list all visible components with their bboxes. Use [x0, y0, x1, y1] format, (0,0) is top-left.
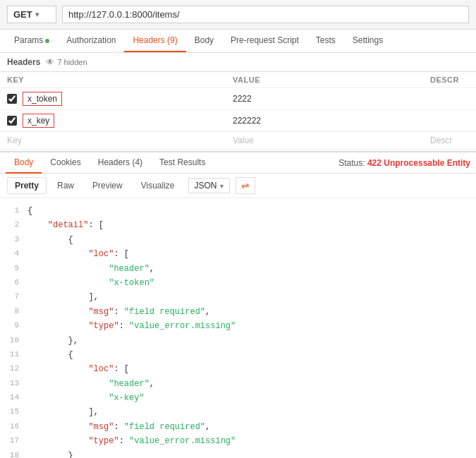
- json-viewer: 1{2 "detail": [3 {4 "loc": [5 "header",6…: [0, 198, 476, 458]
- json-line: 14 "x-key": [0, 391, 476, 405]
- method-label: GET: [13, 9, 32, 20]
- line-number: 7: [3, 290, 28, 304]
- tab-settings[interactable]: Settings: [344, 30, 391, 52]
- headers-table: KEY VALUE DESCR x_token 2222: [0, 72, 476, 150]
- line-content: "msg": "field required",: [28, 305, 473, 319]
- row2-checkbox[interactable]: [7, 116, 17, 126]
- url-input[interactable]: [62, 6, 469, 23]
- pretty-button[interactable]: Pretty: [7, 177, 47, 194]
- line-number: 15: [3, 405, 28, 419]
- format-label: JSON: [195, 181, 217, 191]
- line-number: 2: [3, 218, 28, 232]
- json-line: 4 "loc": [: [0, 247, 476, 261]
- row2-key: x_key: [23, 114, 54, 128]
- json-line: 2 "detail": [: [0, 218, 476, 232]
- desc-placeholder: Descr: [430, 135, 452, 145]
- json-line: 8 "msg": "field required",: [0, 305, 476, 319]
- line-number: 12: [3, 362, 28, 376]
- hidden-count: 7 hidden: [57, 58, 87, 66]
- line-content: "header",: [28, 262, 473, 276]
- json-line: 1{: [0, 204, 476, 218]
- line-number: 18: [3, 449, 28, 458]
- line-content: "header",: [28, 377, 473, 391]
- line-number: 17: [3, 434, 28, 448]
- line-number: 5: [3, 262, 28, 276]
- response-tab-cookies[interactable]: Cookies: [42, 152, 89, 174]
- col-header-key: KEY: [0, 72, 226, 88]
- line-content: },: [28, 334, 473, 348]
- status-area: Status: 422 Unprocessable Entity: [338, 158, 470, 168]
- row2-desc: [423, 110, 476, 132]
- json-line: 5 "header",: [0, 262, 476, 276]
- hidden-toggle[interactable]: 👁 7 hidden: [46, 57, 87, 67]
- response-tab-testresults[interactable]: Test Results: [151, 152, 214, 174]
- line-content: "x-key": [28, 391, 473, 405]
- wrap-icon[interactable]: ⇌: [236, 177, 255, 194]
- response-tabs: Body Cookies Headers (4) Test Results St…: [0, 151, 476, 174]
- status-label: Status:: [338, 158, 365, 168]
- eye-icon: 👁: [46, 57, 54, 67]
- status-code: 422 Unprocessable Entity: [367, 158, 470, 168]
- json-line: 13 "header",: [0, 377, 476, 391]
- line-content: "loc": [: [28, 247, 473, 261]
- line-content: {: [28, 348, 473, 362]
- line-content: "msg": "field required",: [28, 420, 473, 434]
- tab-authorization[interactable]: Authorization: [58, 30, 124, 52]
- json-line: 16 "msg": "field required",: [0, 420, 476, 434]
- tab-tests[interactable]: Tests: [307, 30, 344, 52]
- format-bar: Pretty Raw Preview Visualize JSON ▾ ⇌: [0, 174, 476, 198]
- line-content: "detail": [: [28, 218, 473, 232]
- method-chevron-icon: ▾: [35, 11, 39, 18]
- format-select[interactable]: JSON ▾: [188, 178, 230, 193]
- line-number: 16: [3, 420, 28, 434]
- col-header-value: VALUE: [226, 72, 423, 88]
- row1-key: x_token: [23, 92, 62, 106]
- line-content: {: [28, 204, 473, 218]
- url-bar: GET ▾: [0, 0, 476, 30]
- raw-button[interactable]: Raw: [49, 177, 82, 194]
- response-tab-headers[interactable]: Headers (4): [90, 152, 151, 174]
- line-number: 9: [3, 319, 28, 333]
- json-line: 11 {: [0, 348, 476, 362]
- line-content: "type": "value_error.missing": [28, 434, 473, 448]
- line-content: ],: [28, 290, 473, 304]
- json-line: 3 {: [0, 233, 476, 247]
- line-content: {: [28, 233, 473, 247]
- top-tabs: Params Authorization Headers (9) Body Pr…: [0, 30, 476, 53]
- method-select[interactable]: GET ▾: [7, 6, 56, 23]
- value-placeholder: Value: [233, 135, 254, 145]
- row1-checkbox[interactable]: [7, 94, 17, 104]
- line-number: 4: [3, 247, 28, 261]
- format-chevron-icon: ▾: [220, 182, 224, 190]
- tab-prerequest[interactable]: Pre-request Script: [222, 30, 307, 52]
- table-row: x_key 222222: [0, 110, 476, 132]
- json-line: 15 ],: [0, 405, 476, 419]
- line-number: 1: [3, 204, 28, 218]
- response-tab-body[interactable]: Body: [6, 152, 42, 174]
- preview-button[interactable]: Preview: [85, 177, 130, 194]
- json-line: 17 "type": "value_error.missing": [0, 434, 476, 448]
- line-content: "type": "value_error.missing": [28, 319, 473, 333]
- visualize-button[interactable]: Visualize: [133, 177, 183, 194]
- line-number: 3: [3, 233, 28, 247]
- empty-row: Key Value Descr: [0, 132, 476, 150]
- line-number: 13: [3, 377, 28, 391]
- row1-value: 2222: [233, 94, 252, 104]
- tab-headers[interactable]: Headers (9): [124, 30, 185, 52]
- line-content: "loc": [: [28, 362, 473, 376]
- table-row: x_token 2222: [0, 88, 476, 110]
- json-line: 9 "type": "value_error.missing": [0, 319, 476, 333]
- line-number: 10: [3, 334, 28, 348]
- json-line: 12 "loc": [: [0, 362, 476, 376]
- params-dot: [45, 39, 49, 43]
- headers-bar: Headers 👁 7 hidden: [0, 53, 476, 72]
- json-line: 18 }: [0, 449, 476, 458]
- json-line: 10 },: [0, 334, 476, 348]
- json-line: 6 "x-token": [0, 276, 476, 290]
- json-line: 7 ],: [0, 290, 476, 304]
- line-content: "x-token": [28, 276, 473, 290]
- tab-params[interactable]: Params: [6, 30, 58, 52]
- tab-body[interactable]: Body: [186, 30, 222, 52]
- line-content: }: [28, 449, 473, 458]
- key-placeholder: Key: [7, 135, 22, 145]
